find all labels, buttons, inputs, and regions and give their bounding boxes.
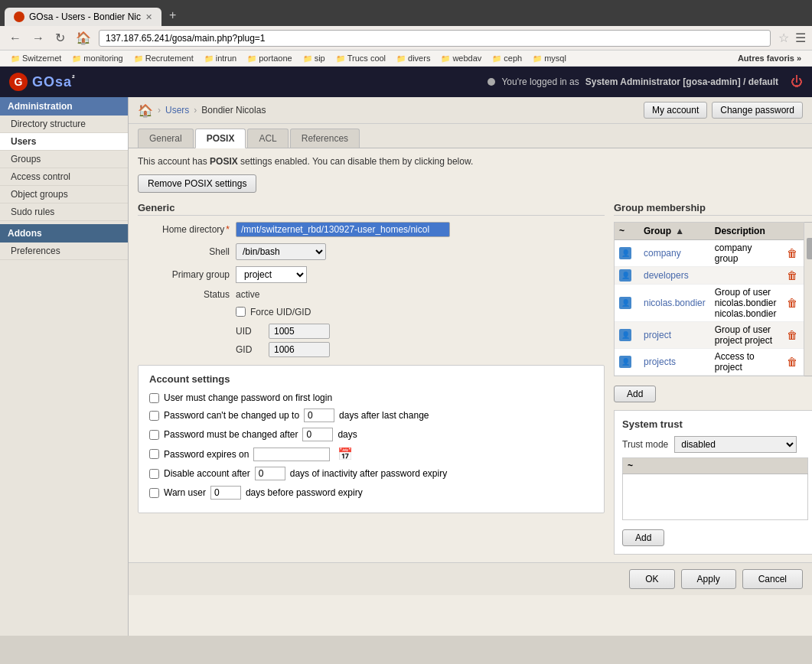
browser-menu[interactable]: ☰ — [795, 31, 806, 45]
calendar-icon[interactable]: 📅 — [338, 447, 353, 461]
trust-add-button[interactable]: Add — [622, 529, 664, 546]
logo-icon: G — [9, 73, 28, 91]
check-3[interactable] — [149, 449, 159, 459]
remove-project-button[interactable]: 🗑 — [785, 329, 799, 341]
group-link-nicolas[interactable]: nicolas.bondier — [644, 298, 706, 308]
bookmark-recrutement[interactable]: 📁Recrutement — [129, 52, 198, 64]
user-label: System Administrator [gosa-admin] / defa… — [585, 76, 778, 87]
cancel-button[interactable]: Cancel — [742, 569, 803, 589]
account-settings-box: Account settings User must change passwo… — [138, 365, 605, 513]
remove-company-button[interactable]: 🗑 — [785, 247, 799, 259]
reload-button[interactable]: ↻ — [52, 29, 68, 47]
home-icon[interactable]: 🏠 — [138, 103, 153, 118]
home-button[interactable]: 🏠 — [73, 29, 94, 47]
apply-button[interactable]: Apply — [681, 569, 736, 589]
sidebar-item-users[interactable]: Users — [0, 133, 128, 151]
breadcrumb-users[interactable]: Users — [165, 105, 189, 116]
power-button[interactable]: ⏻ — [791, 75, 803, 89]
browser-chrome: GOsa - Users - Bondier Nic ✕ + ← → ↻ 🏠 1… — [0, 0, 812, 67]
group-link-projects[interactable]: projects — [644, 356, 676, 367]
primary-group-select[interactable]: project company developers — [236, 266, 307, 283]
group-user-icon-5: 👤 — [619, 356, 631, 368]
sidebar-item-access[interactable]: Access control — [0, 168, 128, 186]
tab-general[interactable]: General — [138, 129, 194, 148]
tab-close-button[interactable]: ✕ — [145, 12, 152, 22]
address-bar[interactable]: 137.187.65.241/gosa/main.php?plug=1 — [99, 30, 771, 47]
bookmark-monitoring[interactable]: 📁monitoring — [67, 52, 127, 64]
bookmark-star[interactable]: ☆ — [778, 31, 789, 45]
row-action-developers: 🗑 — [781, 267, 804, 285]
scrollbar-thumb — [807, 238, 812, 259]
sidebar-item-directory[interactable]: Directory structure — [0, 116, 128, 133]
trust-mode-select[interactable]: disabled full restricted — [674, 436, 797, 453]
header-user-info: You're logged in as System Administrator… — [488, 75, 803, 89]
check-input-4[interactable] — [255, 467, 285, 480]
check-label-4b: days of inactivity after password expiry — [290, 468, 447, 479]
remove-nicolas-button[interactable]: 🗑 — [785, 297, 799, 309]
check-input-5[interactable] — [210, 486, 241, 500]
left-column: Generic Home directory /mnt/switzernet_r… — [138, 202, 605, 555]
trust-col-empty — [735, 458, 808, 474]
sidebar-item-object-groups[interactable]: Object groups — [0, 186, 128, 203]
bookmark-intrun[interactable]: 📁intrun — [200, 52, 242, 64]
check-4[interactable] — [149, 469, 159, 479]
new-tab-button[interactable]: + — [163, 5, 182, 26]
row-action-project: 🗑 — [781, 322, 804, 349]
group-user-icon-2: 👤 — [619, 269, 631, 282]
row-icon-project: 👤 — [615, 322, 639, 349]
check-1[interactable] — [149, 411, 159, 421]
check-2[interactable] — [149, 430, 159, 440]
forward-button[interactable]: → — [29, 30, 47, 47]
check-0[interactable] — [149, 393, 159, 403]
bookmark-divers[interactable]: 📁divers — [392, 52, 435, 64]
check-input-2[interactable] — [302, 428, 333, 441]
bookmark-switzernet[interactable]: 📁Switzernet — [6, 52, 66, 64]
admin-section-header[interactable]: Administration — [0, 97, 128, 116]
gid-input[interactable]: 1006 — [269, 342, 330, 357]
browser-tab[interactable]: GOsa - Users - Bondier Nic ✕ — [5, 8, 161, 26]
bookmark-webdav[interactable]: 📁webdav — [436, 52, 486, 64]
ok-button[interactable]: OK — [629, 569, 674, 589]
remove-posix-button[interactable]: Remove POSIX settings — [138, 174, 256, 193]
bookmark-trucs[interactable]: 📁Trucs cool — [331, 52, 390, 64]
group-add-button[interactable]: Add — [614, 386, 656, 402]
row-action-projects: 🗑 — [781, 349, 804, 376]
remove-developers-button[interactable]: 🗑 — [785, 269, 799, 282]
shell-select[interactable]: /bin/bash /bin/sh /bin/zsh /usr/sbin/nol… — [236, 243, 326, 260]
bookmark-ceph[interactable]: 📁ceph — [488, 52, 527, 64]
my-account-button[interactable]: My account — [644, 102, 707, 119]
group-user-icon-4: 👤 — [619, 329, 631, 341]
gid-row: GID 1006 — [236, 342, 605, 357]
check-5[interactable] — [149, 488, 159, 498]
check-input-1[interactable] — [304, 408, 334, 422]
check-input-3[interactable] — [253, 448, 330, 461]
col-actions — [781, 223, 804, 240]
col-group[interactable]: Group ▲ — [639, 223, 710, 240]
group-link-company[interactable]: company — [644, 248, 681, 259]
bookmark-mysql[interactable]: 📁mysql — [528, 52, 571, 64]
uid-input[interactable]: 1005 — [269, 324, 330, 339]
bookmark-portaone[interactable]: 📁portaone — [243, 52, 296, 64]
group-link-project[interactable]: project — [644, 330, 671, 340]
tab-references[interactable]: References — [290, 129, 360, 148]
addons-section-header[interactable]: Addons — [0, 224, 128, 242]
bookmark-autres[interactable]: Autres favoris » — [733, 52, 806, 64]
group-link-developers[interactable]: developers — [644, 270, 689, 281]
tab-posix[interactable]: POSIX — [195, 129, 246, 148]
sidebar-item-sudo[interactable]: Sudo rules — [0, 203, 128, 221]
sidebar: Administration Directory structure Users… — [0, 97, 129, 636]
home-dir-input[interactable]: /mnt/switzernet_rbd/130927-user_homes/ni… — [236, 222, 450, 237]
posix-content: This account has POSIX settings enabled.… — [129, 148, 812, 562]
back-button[interactable]: ← — [6, 30, 24, 47]
shell-select-container: /bin/bash /bin/sh /bin/zsh /usr/sbin/nol… — [236, 243, 326, 260]
remove-projects-button[interactable]: 🗑 — [785, 356, 799, 368]
browser-nav: ← → ↻ 🏠 137.187.65.241/gosa/main.php?plu… — [0, 26, 812, 50]
table-scrollbar[interactable] — [804, 222, 812, 376]
tab-acl[interactable]: ACL — [247, 129, 288, 148]
change-password-button[interactable]: Change password — [712, 102, 803, 119]
sidebar-item-groups[interactable]: Groups — [0, 151, 128, 168]
sidebar-item-preferences[interactable]: Preferences — [0, 242, 128, 260]
bookmark-sip[interactable]: 📁sip — [298, 52, 330, 64]
force-uid-checkbox[interactable] — [236, 307, 246, 317]
row-desc-projects: Access to project — [710, 349, 781, 376]
